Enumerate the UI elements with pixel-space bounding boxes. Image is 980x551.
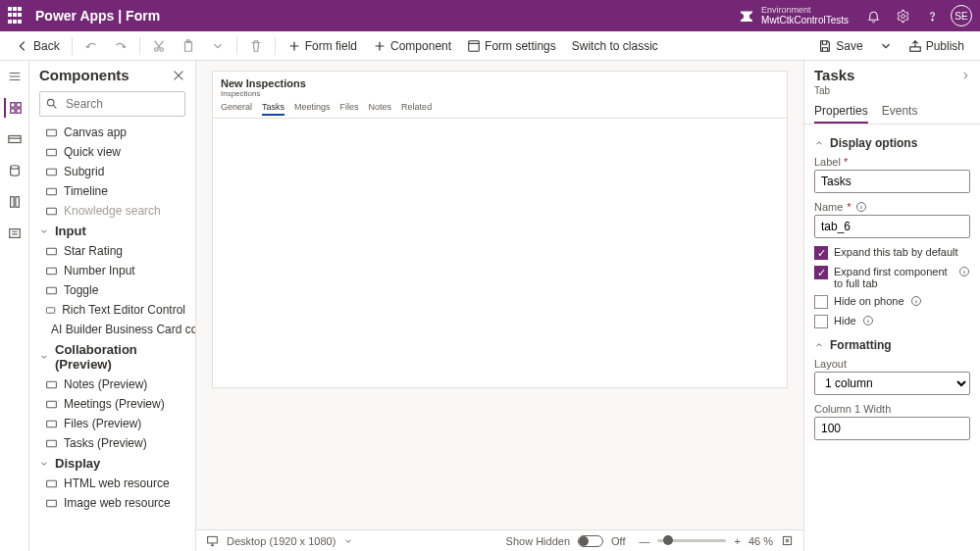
notifications-button[interactable] [858,1,888,30]
component-item[interactable]: Star Rating [29,241,195,261]
checkbox-icon: ✓ [814,246,828,260]
layout-select[interactable]: 1 column [814,372,970,395]
show-hidden-state: Off [611,535,625,547]
component-icon [45,205,58,218]
help-button[interactable] [917,1,947,30]
save-button[interactable]: Save [810,31,870,60]
chevron-down-icon [39,459,49,469]
name-field-label: Name * [814,201,970,213]
zoom-value: 46 % [748,535,773,547]
properties-panel: Tasks Tab Properties Events Display opti… [803,61,980,551]
component-icon [45,497,58,510]
component-item[interactable]: Quick view [29,142,195,162]
library-icon [8,195,22,209]
form-settings-button[interactable]: Form settings [459,31,564,60]
component-item[interactable]: HTML web resource [29,474,195,493]
properties-subtitle: Tab [804,85,980,100]
close-icon[interactable] [172,69,185,82]
plus-icon [373,39,387,53]
component-item[interactable]: Toggle [29,280,195,300]
component-item[interactable]: Canvas app [29,123,195,142]
back-button[interactable]: Back [8,31,68,60]
label-input[interactable] [814,170,970,193]
rail-components[interactable] [4,98,24,118]
col-width-input[interactable] [814,417,970,440]
svg-rect-30 [47,421,57,427]
checkbox-expand-default[interactable]: ✓ Expand this tab by default [814,246,970,260]
environment-picker[interactable]: Environment MwtCtkControlTests [738,6,849,26]
component-item[interactable]: Notes (Preview) [29,375,195,394]
form-preview[interactable]: New Inspections Inspections GeneralTasks… [212,71,788,388]
avatar[interactable]: SE [951,5,972,26]
component-item[interactable]: Timeline [29,181,195,201]
rail-form-libraries[interactable] [5,192,25,212]
form-tab[interactable]: Related [401,102,432,116]
tab-properties[interactable]: Properties [814,100,868,124]
add-form-field-button[interactable]: Form field [280,31,365,60]
component-icon [45,245,58,258]
redo-button[interactable] [106,31,135,60]
publish-button[interactable]: Publish [901,31,972,60]
svg-rect-12 [8,136,20,143]
components-list[interactable]: Canvas appQuick viewSubgridTimelineKnowl… [29,123,195,551]
checkbox-hide-phone[interactable]: Hide on phone [814,295,970,309]
chevron-down-icon[interactable] [343,536,353,546]
checkbox-hide[interactable]: Hide [814,315,970,328]
component-item[interactable]: Subgrid [29,162,195,181]
category-display[interactable]: Display [29,453,195,474]
paste-options-button[interactable] [203,31,232,60]
publish-icon [908,39,922,53]
rail-data[interactable] [5,161,25,180]
component-icon [45,398,58,411]
fit-icon[interactable] [781,534,794,547]
component-item[interactable]: Files (Preview) [29,414,195,433]
form-tab[interactable]: Notes [369,102,392,116]
show-hidden-label: Show Hidden [506,535,570,547]
components-panel: Components Canvas appQuick viewSubgridTi… [29,61,196,551]
tab-events[interactable]: Events [882,100,918,124]
name-input[interactable] [814,215,970,238]
component-item[interactable]: Meetings (Preview) [29,394,195,414]
form-tab[interactable]: Meetings [294,102,331,116]
settings-button[interactable] [888,1,917,30]
svg-rect-15 [15,197,19,208]
chevron-down-icon [211,39,225,53]
rail-hamburger[interactable] [5,67,25,86]
switch-classic-button[interactable]: Switch to classic [564,31,666,60]
section-formatting[interactable]: Formatting [814,338,970,352]
component-item[interactable]: Tasks (Preview) [29,433,195,453]
chevron-down-icon [879,39,893,53]
category-collaboration[interactable]: Collaboration (Preview) [29,339,195,375]
form-settings-icon [467,39,481,53]
delete-button[interactable] [241,31,271,60]
app-header: Power Apps | Form Environment MwtCtkCont… [0,0,980,31]
undo-button[interactable] [77,31,106,60]
component-item[interactable]: Image web resource [29,493,195,513]
properties-title: Tasks [814,67,960,83]
svg-rect-29 [47,401,57,408]
paste-button[interactable] [174,31,203,60]
show-hidden-toggle[interactable] [578,535,603,547]
component-item[interactable]: Number Input [29,261,195,280]
form-tab[interactable]: General [221,102,252,116]
category-input[interactable]: Input [29,221,195,241]
form-tab[interactable]: Tasks [262,102,284,116]
waffle-icon[interactable] [8,7,26,25]
chevron-right-icon[interactable] [960,71,970,80]
viewport-label[interactable]: Desktop (1920 x 1080) [227,535,335,547]
save-options-button[interactable] [871,31,901,60]
cut-button[interactable] [144,31,174,60]
search-input[interactable] [39,91,185,117]
rail-business-rules[interactable] [5,224,25,243]
add-component-button[interactable]: Component [365,31,459,60]
form-tab[interactable]: Files [340,102,359,116]
checkbox-expand-first[interactable]: ✓ Expand first component to full tab [814,266,970,289]
svg-rect-24 [47,268,57,275]
data-icon [8,164,22,177]
component-item[interactable]: Rich Text Editor Control [29,300,195,320]
zoom-slider[interactable] [657,539,726,542]
rail-tree[interactable] [5,129,25,149]
svg-rect-10 [10,109,14,113]
component-item[interactable]: AI Builder Business Card co... [29,320,195,339]
section-display-options[interactable]: Display options [814,136,970,150]
